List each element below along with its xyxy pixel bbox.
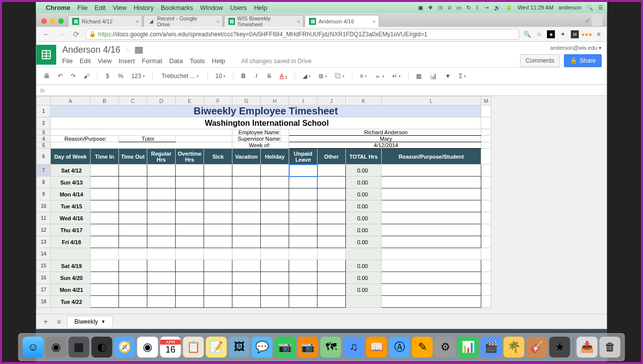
cell[interactable] <box>318 272 346 284</box>
menu-help[interactable]: Help <box>254 4 267 11</box>
clock[interactable]: Wed 11:29 AM <box>518 4 553 10</box>
cell[interactable]: 4 <box>37 136 51 142</box>
cell[interactable] <box>176 212 204 224</box>
italic-button[interactable]: I <box>251 71 261 81</box>
cell[interactable]: Mon 4/21 <box>51 284 91 296</box>
cell[interactable]: 6 <box>37 149 51 165</box>
docs-menu-insert[interactable]: Insert <box>118 57 135 65</box>
docs-menu-tools[interactable]: Tools <box>190 57 205 65</box>
iphoto-icon[interactable]: 🌴 <box>504 337 525 358</box>
cell[interactable]: I <box>289 96 318 105</box>
downloads-icon[interactable]: 📥 <box>577 337 598 358</box>
chevron-down-icon[interactable]: ▼ <box>101 319 106 324</box>
close-icon[interactable]: × <box>373 18 376 24</box>
fullscreen-icon[interactable]: ⤢ <box>585 17 590 24</box>
cell[interactable] <box>481 272 491 284</box>
launchpad-icon[interactable]: ◉ <box>46 337 67 358</box>
cell[interactable]: Biweekly Employee Timesheet <box>51 105 481 117</box>
cell[interactable]: Reason/Purpose/Student <box>382 149 481 165</box>
cell[interactable]: 15 <box>37 260 51 272</box>
cell[interactable] <box>261 248 289 260</box>
cell[interactable] <box>261 260 289 272</box>
percent-button[interactable]: % <box>115 71 126 81</box>
cell[interactable] <box>204 165 232 177</box>
cell[interactable] <box>176 272 204 284</box>
cell[interactable] <box>91 165 119 177</box>
cell[interactable] <box>119 200 147 212</box>
cell[interactable] <box>91 177 119 188</box>
cell[interactable] <box>289 296 318 308</box>
cell[interactable] <box>176 260 204 272</box>
docs-menu-format[interactable]: Format <box>142 57 162 65</box>
cell[interactable] <box>37 96 51 105</box>
cell[interactable] <box>147 284 176 296</box>
cell[interactable]: H <box>261 96 289 105</box>
dashboard-icon[interactable]: ◐ <box>92 337 112 358</box>
cell[interactable]: A <box>51 96 91 105</box>
cell[interactable] <box>382 296 481 308</box>
cell[interactable] <box>261 177 289 188</box>
borders-button[interactable]: ⊞ <box>316 71 329 81</box>
menu-users[interactable]: Users <box>230 4 247 11</box>
chrome-menu-icon[interactable]: ≡ <box>595 30 603 38</box>
cell[interactable] <box>51 129 232 136</box>
cell[interactable]: J <box>318 96 346 105</box>
cell[interactable] <box>119 260 147 272</box>
cell[interactable] <box>147 260 176 272</box>
cell[interactable] <box>91 236 119 248</box>
cell[interactable]: Time Out <box>119 149 147 165</box>
screencast-icon[interactable]: ▣ <box>418 4 423 11</box>
cell[interactable] <box>232 212 261 224</box>
garageband-icon[interactable]: 🎸 <box>527 337 547 358</box>
volume-icon[interactable]: 🔊 <box>494 4 501 11</box>
forward-button[interactable]: → <box>56 30 67 38</box>
cell[interactable]: C <box>119 96 147 105</box>
cell[interactable] <box>481 149 491 165</box>
user-menu[interactable]: anderson <box>558 4 581 10</box>
cell[interactable]: Sun 4/20 <box>51 272 91 284</box>
sheets-logo[interactable] <box>36 45 56 65</box>
cell[interactable] <box>91 272 119 284</box>
cell[interactable] <box>176 165 204 177</box>
cell[interactable] <box>481 248 491 260</box>
cell[interactable] <box>204 260 232 272</box>
cell[interactable]: Mon 4/14 <box>51 188 91 200</box>
app-name[interactable]: Chrome <box>46 4 70 11</box>
cell[interactable] <box>382 272 481 284</box>
cell[interactable] <box>289 224 318 236</box>
cell[interactable]: 9 <box>37 188 51 200</box>
cell[interactable] <box>289 177 318 188</box>
cell[interactable] <box>289 260 318 272</box>
cell[interactable] <box>147 212 176 224</box>
cell[interactable] <box>318 177 346 188</box>
cell[interactable] <box>91 188 119 200</box>
fill-color-button[interactable]: ◢ <box>300 71 313 81</box>
cell[interactable] <box>481 105 491 117</box>
cell[interactable] <box>232 260 261 272</box>
cell[interactable] <box>147 165 176 177</box>
cell[interactable]: M <box>481 96 491 105</box>
cell[interactable] <box>204 272 232 284</box>
cell[interactable] <box>147 188 176 200</box>
cell[interactable]: Week of: <box>232 142 289 149</box>
sysprefs-icon[interactable]: ⚙ <box>435 337 456 358</box>
dropbox-icon[interactable]: ❖ <box>428 4 433 11</box>
sync-icon[interactable]: ◷ <box>438 4 443 11</box>
cell[interactable]: 16 <box>37 272 51 284</box>
paint-format-icon[interactable]: 🖌 <box>81 71 92 81</box>
cell[interactable]: 1 <box>37 105 51 117</box>
cell[interactable] <box>91 224 119 236</box>
folder-icon[interactable] <box>135 47 143 54</box>
cell[interactable] <box>318 296 346 308</box>
cell[interactable]: 0.00 <box>346 236 382 248</box>
sheet-tab-biweekly[interactable]: Biweekly▼ <box>67 316 113 327</box>
cell[interactable]: G <box>232 96 261 105</box>
cell[interactable] <box>232 272 261 284</box>
cell[interactable] <box>261 284 289 296</box>
notifications-icon[interactable]: ☰ <box>598 4 603 11</box>
cell[interactable] <box>289 165 318 177</box>
menu-file[interactable]: File <box>77 4 88 11</box>
number-format-button[interactable]: 123 <box>129 71 147 81</box>
cell[interactable]: 3 <box>37 129 51 136</box>
cell[interactable] <box>119 224 147 236</box>
